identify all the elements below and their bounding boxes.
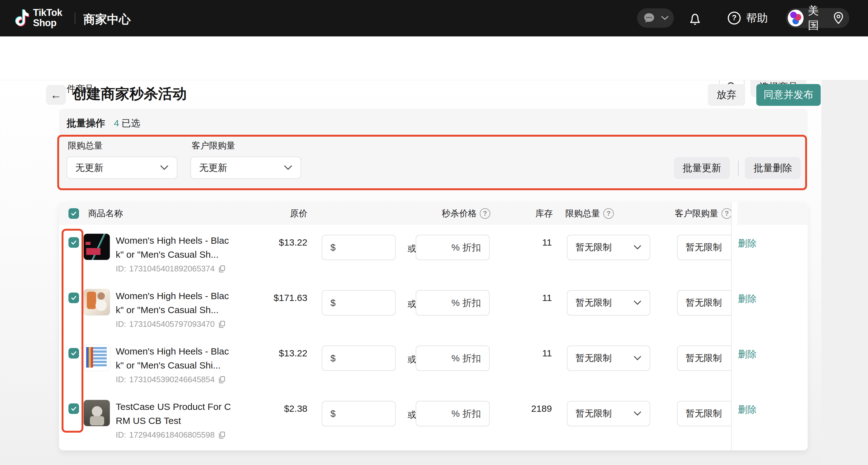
table-row: Women's High Heels - Black" or "Men's Ca… (59, 225, 808, 280)
total-limit-select[interactable]: 暂无限制 (567, 346, 650, 371)
row-checkbox[interactable] (68, 237, 79, 248)
deal-price-field[interactable]: $ (322, 401, 396, 427)
chat-menu-button[interactable] (637, 8, 674, 28)
help-label: 帮助 (746, 11, 768, 26)
column-header-per-customer-limit: 客户限购量 ? (675, 202, 732, 225)
sticky-actions-header-bg (737, 202, 808, 225)
discount-input[interactable] (424, 242, 481, 253)
discount-input[interactable] (424, 297, 481, 308)
account-region-button[interactable]: 美国 (786, 8, 849, 28)
bulk-selected-count: 4已选 (114, 117, 140, 130)
product-id-prefix: ID: (116, 375, 126, 384)
chevron-down-icon (633, 300, 642, 305)
total-limit-select[interactable]: 暂无限制 (567, 235, 650, 260)
product-id-prefix: ID: (116, 430, 126, 440)
bulk-selected-suffix: 已选 (122, 118, 140, 128)
deal-price-field[interactable]: $ (322, 235, 396, 260)
bulk-title: 批量操作 (67, 117, 105, 130)
product-image (83, 400, 110, 427)
location-pin-icon (833, 11, 844, 25)
topbar-divider (75, 12, 75, 24)
product-id-prefix: ID: (116, 264, 126, 273)
total-limit-value: 暂无限制 (576, 352, 612, 365)
currency-prefix: $ (331, 353, 336, 364)
bulk-total-limit-select[interactable]: 无更新 (67, 156, 177, 179)
right-margin-strip (822, 80, 868, 465)
deal-price-input[interactable] (339, 297, 382, 308)
total-limit-select[interactable]: 暂无限制 (567, 290, 650, 316)
product-name: Women's High Heels - Black" or "Men's Ca… (116, 233, 237, 261)
product-name: TestCase US Product For CRM US CB Test (116, 400, 237, 428)
notifications-bell-icon[interactable] (687, 10, 703, 26)
help-icon: ? (727, 10, 742, 26)
product-id-value: 1731045405797093470 (129, 319, 215, 329)
publish-button[interactable]: 同意并发布 (756, 84, 821, 106)
discount-field[interactable] (416, 401, 490, 427)
brand-text: TikTok Shop (33, 7, 62, 28)
deal-price-input[interactable] (339, 242, 382, 253)
product-id: ID:1731045401892065374 (116, 264, 226, 273)
bulk-per-customer-value: 无更新 (199, 162, 227, 174)
stock-value: 2189 (501, 403, 552, 414)
chat-bubble-icon (642, 11, 656, 25)
tiktok-logo-icon[interactable] (11, 8, 31, 29)
column-header-name: 商品名称 (88, 202, 123, 225)
deal-price-field[interactable]: $ (322, 290, 396, 316)
copy-icon[interactable] (218, 376, 226, 384)
deal-price-input[interactable] (339, 408, 382, 419)
row-checkbox[interactable] (68, 348, 79, 358)
back-button[interactable]: ← (46, 85, 66, 105)
total-limit-value: 暂无限制 (576, 297, 612, 309)
original-price: $2.38 (246, 403, 307, 414)
topbar: TikTok Shop 商家中心 ? 帮助 美国 (0, 0, 868, 36)
currency-prefix: $ (331, 408, 336, 419)
bulk-delete-button[interactable]: 批量删除 (745, 157, 801, 179)
deal-price-header-label: 秒杀价格 (442, 208, 476, 220)
deal-price-input[interactable] (339, 353, 382, 364)
per-customer-limit-value: 暂无限制 (686, 241, 722, 254)
copy-icon[interactable] (218, 431, 226, 439)
product-image (83, 233, 110, 260)
total-limit-select[interactable]: 暂无限制 (567, 401, 650, 427)
currency-prefix: $ (331, 297, 336, 308)
product-id-value: 1731045390246645854 (129, 375, 215, 384)
column-header-original-price: 原价 (246, 202, 307, 225)
delete-link[interactable]: 删除 (738, 403, 756, 416)
brand-line1: TikTok (33, 7, 62, 18)
discard-button[interactable]: 放弃 (708, 84, 745, 106)
currency-prefix: $ (331, 242, 336, 253)
discount-input[interactable] (424, 408, 481, 419)
bulk-update-button[interactable]: 批量更新 (674, 157, 730, 179)
select-all-checkbox[interactable] (68, 208, 79, 219)
chevron-down-icon (633, 411, 642, 416)
discount-input[interactable] (424, 353, 481, 364)
question-circle-icon[interactable]: ? (603, 208, 614, 219)
product-name: Women's High Heels - Black" or "Men's Ca… (116, 289, 237, 317)
delete-link[interactable]: 删除 (738, 237, 756, 250)
copy-icon[interactable] (218, 265, 226, 273)
product-id: ID:1731045390246645854 (116, 375, 226, 384)
column-header-deal-price: 秒杀价格 ? (401, 202, 490, 225)
question-circle-icon[interactable]: ? (480, 208, 490, 219)
row-checkbox[interactable] (68, 293, 79, 303)
copy-icon[interactable] (218, 320, 226, 328)
product-name: Women's High Heels - Black" or "Men's Ca… (116, 344, 237, 372)
deal-price-field[interactable]: $ (322, 346, 396, 371)
chevron-down-icon (160, 165, 168, 171)
discount-field[interactable] (416, 290, 490, 316)
question-circle-icon[interactable]: ? (721, 208, 732, 219)
bulk-operations-panel: 批量操作 4已选 限购总量 客户限购量 无更新 无更新 批量更新 批量删除 (59, 109, 808, 191)
discount-field[interactable] (416, 346, 490, 371)
delete-link[interactable]: 删除 (738, 293, 756, 305)
bulk-total-limit-value: 无更新 (75, 162, 103, 174)
row-checkbox[interactable] (68, 403, 79, 414)
per-customer-limit-value: 暂无限制 (686, 352, 722, 365)
delete-link[interactable]: 删除 (738, 348, 756, 361)
stock-value: 11 (501, 293, 552, 303)
discount-field[interactable] (416, 235, 490, 260)
per-customer-limit-value: 暂无限制 (686, 297, 722, 309)
back-arrow-icon: ← (51, 88, 62, 101)
bulk-per-customer-select[interactable]: 无更新 (190, 156, 301, 179)
help-button[interactable]: ? 帮助 (727, 10, 768, 26)
per-customer-header-label: 客户限购量 (675, 208, 718, 220)
